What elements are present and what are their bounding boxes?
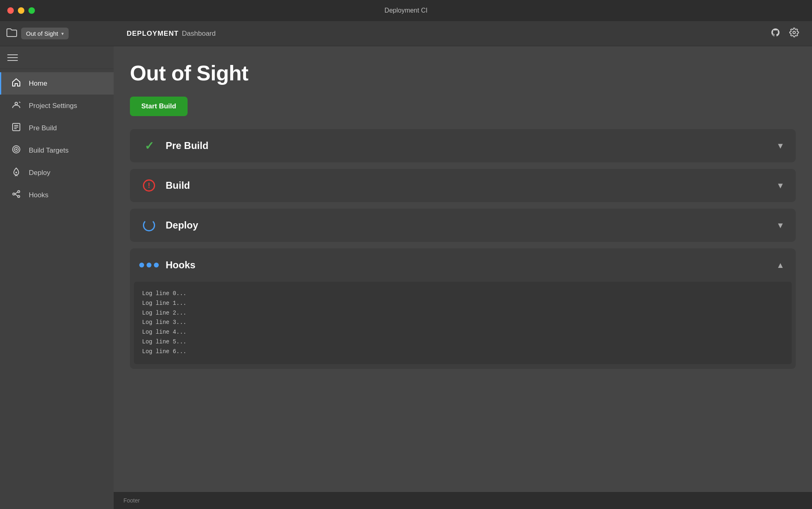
sidebar-item-deploy[interactable]: Deploy bbox=[0, 162, 114, 184]
right-panel: DEPLOYMENT Dashboard Out of S bbox=[114, 21, 812, 509]
topbar-brand: DEPLOYMENT bbox=[127, 30, 179, 38]
sidebar-header: Out of Sight ▾ bbox=[0, 21, 114, 46]
svg-line-14 bbox=[15, 192, 18, 194]
deploy-status-icon bbox=[141, 218, 157, 233]
menu-toggle[interactable] bbox=[0, 46, 114, 69]
log-line-5: Log line 5... bbox=[142, 337, 784, 347]
log-line-2: Log line 2... bbox=[142, 308, 784, 318]
sidebar-item-home-label: Home bbox=[29, 80, 47, 88]
main-content: Out of Sight Start Build ✓ Pre Build ▼ bbox=[114, 46, 812, 492]
log-line-3: Log line 3... bbox=[142, 318, 784, 328]
footer-label: Footer bbox=[123, 497, 140, 504]
deploy-label: Deploy bbox=[166, 220, 776, 231]
svg-point-7 bbox=[15, 149, 17, 150]
topbar-section: Dashboard bbox=[182, 30, 216, 38]
svg-point-8 bbox=[15, 172, 17, 173]
svg-point-13 bbox=[18, 196, 20, 198]
topbar: DEPLOYMENT Dashboard bbox=[114, 21, 812, 46]
pipeline-section-hooks: Hooks ▲ Log line 0... Log line 1... Log … bbox=[130, 248, 796, 369]
loading-spinner-icon bbox=[143, 219, 155, 231]
build-targets-icon bbox=[11, 145, 22, 156]
titlebar: Deployment CI bbox=[0, 0, 812, 21]
pipeline-section-build: ! Build ▼ bbox=[130, 169, 796, 202]
pipeline-header-hooks[interactable]: Hooks ▲ bbox=[130, 248, 796, 282]
hooks-icon bbox=[11, 190, 22, 201]
svg-point-16 bbox=[793, 31, 795, 34]
sidebar-item-hooks[interactable]: Hooks bbox=[0, 184, 114, 206]
folder-icon bbox=[6, 28, 17, 39]
maximize-button[interactable] bbox=[28, 7, 35, 14]
sidebar-item-hooks-label: Hooks bbox=[29, 191, 48, 199]
hooks-log-area[interactable]: Log line 0... Log line 1... Log line 2..… bbox=[134, 282, 792, 364]
topbar-icons bbox=[771, 28, 799, 40]
sidebar-item-deploy-label: Deploy bbox=[29, 169, 50, 177]
github-icon[interactable] bbox=[771, 28, 780, 40]
svg-point-12 bbox=[18, 191, 20, 193]
log-line-0: Log line 0... bbox=[142, 289, 784, 299]
traffic-lights bbox=[7, 7, 35, 14]
footer: Footer bbox=[114, 492, 812, 509]
svg-point-11 bbox=[13, 193, 15, 195]
dots-icon bbox=[139, 263, 159, 267]
log-line-6: Log line 6... bbox=[142, 347, 784, 357]
sidebar-item-project-settings[interactable]: Project Settings bbox=[0, 95, 114, 117]
app-body: Out of Sight ▾ Home bbox=[0, 21, 812, 509]
deploy-chevron: ▼ bbox=[776, 221, 784, 230]
start-build-button[interactable]: Start Build bbox=[130, 97, 188, 116]
pipeline-section-pre-build: ✓ Pre Build ▼ bbox=[130, 129, 796, 162]
log-line-1: Log line 1... bbox=[142, 299, 784, 308]
build-chevron: ▼ bbox=[776, 181, 784, 190]
chevron-down-icon: ▾ bbox=[61, 31, 64, 37]
sidebar-item-project-settings-label: Project Settings bbox=[29, 102, 77, 110]
pre-build-label: Pre Build bbox=[166, 140, 776, 151]
svg-point-0 bbox=[15, 102, 17, 105]
error-icon: ! bbox=[143, 179, 155, 192]
svg-line-15 bbox=[15, 194, 18, 196]
project-name: Out of Sight bbox=[26, 30, 58, 37]
build-label: Build bbox=[166, 180, 776, 191]
sidebar-item-home[interactable]: Home bbox=[0, 72, 114, 95]
home-icon bbox=[11, 78, 22, 89]
pipeline-section-deploy: Deploy ▼ bbox=[130, 209, 796, 242]
pipeline-header-pre-build[interactable]: ✓ Pre Build ▼ bbox=[130, 129, 796, 162]
settings-icon[interactable] bbox=[789, 28, 799, 40]
hooks-chevron: ▲ bbox=[776, 261, 784, 270]
project-selector[interactable]: Out of Sight ▾ bbox=[21, 28, 69, 39]
close-button[interactable] bbox=[7, 7, 14, 14]
sidebar-item-pre-build-label: Pre Build bbox=[29, 124, 57, 132]
pre-build-chevron: ▼ bbox=[776, 141, 784, 151]
pipeline-header-deploy[interactable]: Deploy ▼ bbox=[130, 209, 796, 242]
deploy-icon bbox=[11, 167, 22, 178]
hooks-status-icon bbox=[141, 257, 157, 273]
page-title: Out of Sight bbox=[130, 61, 796, 85]
window-title: Deployment CI bbox=[384, 7, 428, 14]
check-icon: ✓ bbox=[145, 139, 154, 153]
sidebar-item-build-targets-label: Build Targets bbox=[29, 147, 69, 155]
sidebar-item-pre-build[interactable]: Pre Build bbox=[0, 117, 114, 139]
content-area: Out of Sight Start Build ✓ Pre Build ▼ bbox=[114, 46, 812, 492]
pre-build-icon bbox=[11, 123, 22, 134]
sidebar: Out of Sight ▾ Home bbox=[0, 21, 114, 509]
hooks-label: Hooks bbox=[166, 259, 776, 271]
log-line-4: Log line 4... bbox=[142, 328, 784, 337]
pipeline-header-build[interactable]: ! Build ▼ bbox=[130, 169, 796, 202]
pre-build-status-icon: ✓ bbox=[141, 138, 157, 153]
sidebar-nav: Home Project Settings bbox=[0, 69, 114, 509]
project-settings-icon bbox=[11, 100, 22, 111]
sidebar-item-build-targets[interactable]: Build Targets bbox=[0, 139, 114, 162]
build-status-icon: ! bbox=[141, 178, 157, 193]
hamburger-icon bbox=[7, 54, 18, 61]
minimize-button[interactable] bbox=[18, 7, 24, 14]
